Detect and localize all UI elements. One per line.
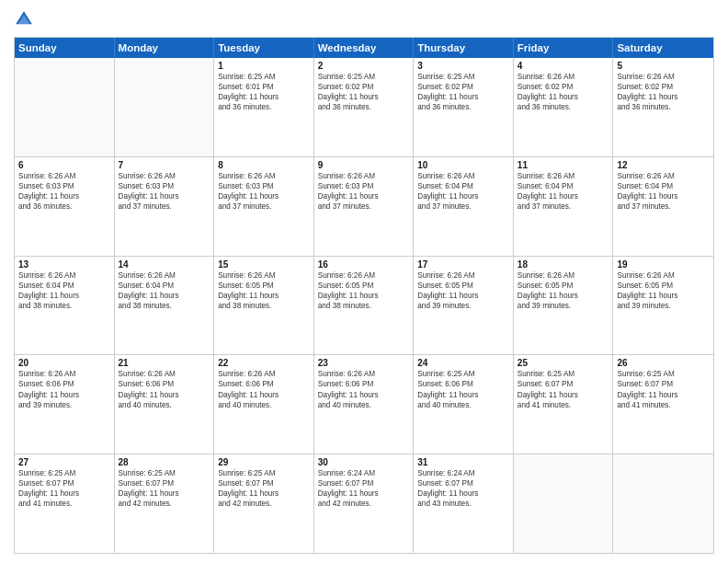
day-number: 5 [617,61,710,71]
day-number: 7 [119,160,210,170]
calendar-cell: 8Sunrise: 6:26 AMSunset: 6:03 PMDaylight… [214,157,314,256]
daylight-text-1: Daylight: 11 hours [218,92,310,102]
sunrise-text: Sunrise: 6:25 AM [518,369,609,379]
daylight-text-2: and 42 minutes. [218,499,310,509]
sunset-text: Sunset: 6:07 PM [417,478,509,488]
daylight-text-1: Daylight: 11 hours [617,291,710,301]
sunrise-text: Sunrise: 6:26 AM [518,270,609,281]
daylight-text-2: and 37 minutes. [417,201,509,212]
daylight-text-1: Daylight: 11 hours [518,191,609,201]
daylight-text-1: Daylight: 11 hours [318,390,410,400]
calendar-week-1: 1Sunrise: 6:25 AMSunset: 6:01 PMDaylight… [15,58,713,157]
daylight-text-1: Daylight: 11 hours [218,390,310,400]
weekday-header-wednesday: Wednesday [314,38,415,58]
calendar-cell: 21Sunrise: 6:26 AMSunset: 6:06 PMDayligh… [115,355,215,454]
calendar-cell: 19Sunrise: 6:26 AMSunset: 6:05 PMDayligh… [613,257,713,355]
day-number: 26 [617,358,710,368]
sunrise-text: Sunrise: 6:26 AM [617,72,710,82]
sunrise-text: Sunrise: 6:25 AM [417,72,509,82]
calendar-body: 1Sunrise: 6:25 AMSunset: 6:01 PMDaylight… [15,58,713,553]
sunrise-text: Sunrise: 6:26 AM [119,270,210,281]
sunset-text: Sunset: 6:04 PM [417,181,509,191]
calendar-week-3: 13Sunrise: 6:26 AMSunset: 6:04 PMDayligh… [15,257,713,356]
sunset-text: Sunset: 6:07 PM [518,379,609,389]
daylight-text-2: and 41 minutes. [617,400,710,410]
calendar-cell: 1Sunrise: 6:25 AMSunset: 6:01 PMDaylight… [214,58,314,156]
day-number: 17 [417,259,509,270]
sunrise-text: Sunrise: 6:24 AM [417,468,509,478]
day-number: 22 [218,358,310,368]
sunrise-text: Sunrise: 6:26 AM [318,270,410,281]
sunset-text: Sunset: 6:02 PM [518,82,609,92]
daylight-text-2: and 41 minutes. [18,499,110,509]
calendar-cell: 13Sunrise: 6:26 AMSunset: 6:04 PMDayligh… [15,257,115,355]
daylight-text-2: and 40 minutes. [318,400,410,410]
day-number: 15 [218,259,310,270]
page: SundayMondayTuesdayWednesdayThursdayFrid… [0,0,728,563]
sunrise-text: Sunrise: 6:24 AM [318,468,410,478]
daylight-text-2: and 37 minutes. [617,201,710,212]
header [14,9,714,29]
daylight-text-2: and 40 minutes. [218,400,310,410]
day-number: 28 [119,457,210,467]
day-number: 24 [417,358,509,368]
daylight-text-1: Daylight: 11 hours [318,191,410,201]
calendar-cell: 5Sunrise: 6:26 AMSunset: 6:02 PMDaylight… [613,58,713,156]
sunset-text: Sunset: 6:07 PM [318,478,410,488]
daylight-text-1: Daylight: 11 hours [417,390,509,400]
sunset-text: Sunset: 6:05 PM [518,281,609,291]
daylight-text-2: and 36 minutes. [417,102,509,112]
sunset-text: Sunset: 6:05 PM [318,281,410,291]
sunrise-text: Sunrise: 6:26 AM [18,369,110,379]
daylight-text-2: and 38 minutes. [218,301,310,311]
calendar-cell [115,58,215,156]
calendar-cell: 17Sunrise: 6:26 AMSunset: 6:05 PMDayligh… [414,257,514,355]
sunrise-text: Sunrise: 6:26 AM [18,270,110,281]
day-number: 13 [18,259,110,270]
calendar-cell: 20Sunrise: 6:26 AMSunset: 6:06 PMDayligh… [15,355,115,454]
sunset-text: Sunset: 6:07 PM [617,379,710,389]
daylight-text-2: and 42 minutes. [318,499,410,509]
daylight-text-1: Daylight: 11 hours [18,191,110,201]
daylight-text-1: Daylight: 11 hours [417,191,509,201]
calendar-cell: 22Sunrise: 6:26 AMSunset: 6:06 PMDayligh… [214,355,314,454]
daylight-text-2: and 37 minutes. [119,201,210,212]
day-number: 8 [218,160,310,170]
sunrise-text: Sunrise: 6:26 AM [417,270,509,281]
sunrise-text: Sunrise: 6:25 AM [119,468,210,478]
day-number: 1 [218,61,310,71]
sunrise-text: Sunrise: 6:25 AM [617,369,710,379]
logo-icon [14,9,34,29]
calendar-cell: 14Sunrise: 6:26 AMSunset: 6:04 PMDayligh… [115,257,215,355]
calendar-cell: 12Sunrise: 6:26 AMSunset: 6:04 PMDayligh… [613,157,713,256]
daylight-text-1: Daylight: 11 hours [119,191,210,201]
sunset-text: Sunset: 6:05 PM [417,281,509,291]
daylight-text-2: and 38 minutes. [18,301,110,311]
calendar-header: SundayMondayTuesdayWednesdayThursdayFrid… [15,38,713,58]
sunset-text: Sunset: 6:03 PM [18,181,110,191]
calendar-cell: 16Sunrise: 6:26 AMSunset: 6:05 PMDayligh… [314,257,415,355]
sunrise-text: Sunrise: 6:26 AM [417,171,509,181]
sunset-text: Sunset: 6:06 PM [318,379,410,389]
day-number: 3 [417,61,509,71]
daylight-text-1: Daylight: 11 hours [518,390,609,400]
calendar-cell: 6Sunrise: 6:26 AMSunset: 6:03 PMDaylight… [15,157,115,256]
daylight-text-1: Daylight: 11 hours [119,488,210,499]
sunset-text: Sunset: 6:04 PM [518,181,609,191]
weekday-header-tuesday: Tuesday [214,38,314,58]
day-number: 9 [318,160,410,170]
sunrise-text: Sunrise: 6:25 AM [18,468,110,478]
daylight-text-2: and 36 minutes. [218,102,310,112]
weekday-header-saturday: Saturday [613,38,713,58]
calendar-cell: 15Sunrise: 6:26 AMSunset: 6:05 PMDayligh… [214,257,314,355]
calendar-cell: 7Sunrise: 6:26 AMSunset: 6:03 PMDaylight… [115,157,215,256]
calendar-cell: 23Sunrise: 6:26 AMSunset: 6:06 PMDayligh… [314,355,415,454]
calendar-cell: 26Sunrise: 6:25 AMSunset: 6:07 PMDayligh… [613,355,713,454]
sunrise-text: Sunrise: 6:25 AM [218,468,310,478]
daylight-text-2: and 40 minutes. [417,400,509,410]
daylight-text-2: and 42 minutes. [119,499,210,509]
daylight-text-2: and 36 minutes. [318,102,410,112]
sunset-text: Sunset: 6:02 PM [318,82,410,92]
weekday-header-monday: Monday [115,38,215,58]
daylight-text-1: Daylight: 11 hours [218,291,310,301]
